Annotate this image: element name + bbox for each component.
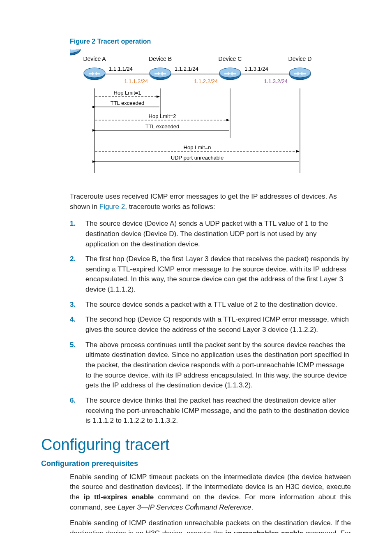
ip-label: 1.1.1.1/24 [109,66,133,72]
text: , traceroute works as follows: [125,203,215,211]
figure-link[interactable]: Figure 2 [99,203,125,211]
list-item: The source device (Device A) sends a UDP… [85,219,351,249]
list-item: The source device sends a packet with a … [85,300,351,310]
heading-configuring-tracert: Configuring tracert [41,436,351,454]
command-text: ip ttl-expires enable [84,493,154,501]
ip-label: 1.1.3.2/24 [264,78,288,84]
steps-list: The source device (Device A) sends a UDP… [70,219,351,426]
list-item: The first hop (Device B, the first Layer… [85,254,351,295]
ip-label: 1.1.1.2/24 [124,78,148,84]
hop-label: UDP port unreachable [171,155,224,161]
page-number: 4 [0,503,392,510]
figure-tracert-operation: Device A Device B Device C Device D 1.1.… [70,49,351,177]
router-icon [84,68,105,80]
device-label: Device C [219,56,242,62]
command-text: ip unreachables enable [225,529,303,533]
hop-label: Hop Lmit=1 [114,90,141,96]
router-icon [219,68,241,80]
hop-label: TTL exceeded [145,123,180,130]
list-item: The above process continues until the pa… [85,340,351,391]
device-label: Device B [149,56,172,62]
device-label: Device A [83,56,106,62]
ip-label: 1.1.3.1/24 [244,66,268,72]
device-label: Device D [288,56,312,62]
figure-caption: Figure 2 Tracert operation [70,38,351,45]
hop-label: Hop Lmit=2 [149,113,176,119]
router-icon [150,68,171,80]
paragraph: Enable sending of ICMP destination unrea… [70,518,351,533]
intro-paragraph: Traceroute uses received ICMP error mess… [70,192,351,212]
ip-label: 1.1.2.1/24 [175,66,198,72]
hop-label: TTL exceeded [111,100,145,106]
ip-label: 1.1.2.2/24 [194,78,218,84]
router-icon [289,68,311,80]
hop-label: Hop Lmit=n [184,144,211,151]
list-item: The second hop (Device C) responds with … [85,315,351,335]
heading-config-prereq: Configuration prerequisites [41,459,351,468]
list-item: The source device thinks that the packet… [85,396,351,426]
